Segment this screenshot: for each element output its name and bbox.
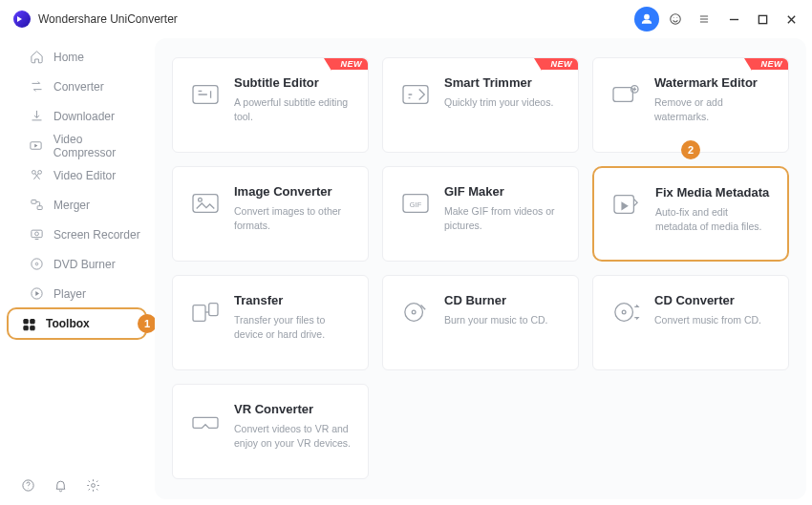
- help-icon[interactable]: [21, 478, 36, 494]
- svg-point-24: [199, 198, 203, 201]
- tool-card-smart-trimmer[interactable]: NEW Smart Trimmer Quickly trim your vide…: [382, 57, 579, 153]
- app-title: Wondershare UniConverter: [38, 12, 178, 26]
- svg-rect-6: [31, 200, 35, 204]
- svg-rect-13: [23, 319, 27, 323]
- tool-card-cd-converter[interactable]: CD Converter Convert music from CD.: [592, 275, 789, 370]
- sidebar-item-screen-recorder[interactable]: Screen Recorder: [8, 220, 147, 249]
- svg-rect-29: [209, 304, 218, 316]
- svg-rect-8: [31, 230, 41, 238]
- sidebar-item-label: Video Compressor: [53, 133, 147, 159]
- tool-desc: Remove or add watermarks.: [654, 95, 773, 124]
- tool-title: GIF Maker: [444, 184, 563, 199]
- home-icon: [29, 50, 44, 65]
- sidebar-item-video-compressor[interactable]: Video Compressor: [8, 131, 147, 160]
- sidebar-item-label: Toolbox: [46, 317, 90, 330]
- image-converter-icon: [188, 186, 223, 221]
- tool-title: Watermark Editor: [654, 75, 773, 90]
- svg-rect-16: [30, 326, 33, 329]
- svg-rect-2: [759, 15, 766, 23]
- vr-converter-icon: [188, 404, 223, 438]
- sidebar-bottom: [0, 478, 155, 505]
- tool-title: Smart Trimmer: [444, 75, 563, 90]
- sidebar-item-downloader[interactable]: Downloader: [8, 101, 147, 131]
- svg-point-1: [671, 14, 681, 25]
- transfer-icon: [188, 295, 223, 329]
- tool-card-transfer[interactable]: Transfer Transfer your files to device o…: [172, 275, 369, 370]
- settings-icon[interactable]: [86, 478, 101, 494]
- converter-icon: [29, 79, 44, 95]
- sidebar-item-label: Home: [53, 51, 84, 64]
- tool-desc: Transfer your files to device or hard dr…: [234, 313, 353, 342]
- watermark-editor-icon: [609, 77, 643, 112]
- svg-point-9: [34, 232, 38, 236]
- titlebar: Wondershare UniConverter: [0, 0, 812, 38]
- tool-card-vr-converter[interactable]: VR Converter Convert videos to VR and en…: [172, 384, 369, 479]
- svg-point-0: [645, 14, 650, 19]
- svg-point-33: [622, 310, 626, 314]
- tool-desc: Burn your music to CD.: [444, 313, 563, 327]
- annotation-badge-2: 2: [681, 140, 700, 159]
- account-icon[interactable]: [634, 7, 659, 32]
- sidebar-item-label: Video Editor: [53, 169, 116, 182]
- compressor-icon: [29, 138, 44, 154]
- tool-title: Fix Media Metadata: [655, 185, 772, 200]
- tool-title: CD Burner: [444, 293, 563, 307]
- subtitle-editor-icon: [188, 77, 223, 112]
- tool-card-fix-media-metadata[interactable]: Fix Media Metadata Auto-fix and edit met…: [592, 166, 789, 262]
- tool-desc: Convert images to other formats.: [234, 204, 353, 233]
- recorder-icon: [29, 227, 44, 242]
- svg-rect-7: [37, 206, 42, 210]
- sidebar-item-converter[interactable]: Converter: [8, 72, 147, 101]
- svg-point-32: [615, 304, 633, 322]
- menu-icon[interactable]: [692, 7, 716, 32]
- support-icon[interactable]: [663, 7, 688, 32]
- sidebar-item-video-editor[interactable]: Video Editor: [8, 160, 147, 190]
- smart-trimmer-icon: [398, 77, 433, 112]
- close-button[interactable]: [780, 8, 802, 31]
- cd-burner-icon: [398, 295, 433, 329]
- svg-rect-28: [193, 305, 205, 322]
- tool-card-cd-burner[interactable]: CD Burner Burn your music to CD.: [382, 275, 579, 370]
- svg-point-10: [31, 259, 41, 269]
- sidebar-item-merger[interactable]: Merger: [8, 190, 147, 220]
- sidebar-item-dvd-burner[interactable]: DVD Burner: [8, 249, 147, 279]
- editor-icon: [29, 168, 44, 183]
- app-logo: [13, 11, 31, 28]
- sidebar-item-label: Player: [53, 287, 86, 301]
- tool-desc: Convert videos to VR and enjoy on your V…: [234, 422, 353, 451]
- downloader-icon: [29, 109, 44, 124]
- new-tag: NEW: [542, 58, 579, 70]
- fix-metadata-icon: [609, 187, 644, 221]
- cd-converter-icon: [609, 295, 643, 329]
- svg-rect-15: [23, 326, 27, 329]
- sidebar-item-toolbox[interactable]: Toolbox 1: [7, 307, 147, 340]
- svg-point-30: [405, 304, 423, 322]
- minimize-button[interactable]: [722, 8, 745, 31]
- sidebar-item-label: DVD Burner: [53, 258, 116, 271]
- gif-maker-icon: GIF: [398, 186, 433, 221]
- svg-point-18: [92, 484, 96, 488]
- dvd-icon: [29, 257, 44, 272]
- notifications-icon[interactable]: [53, 478, 69, 494]
- sidebar-item-player[interactable]: Player: [8, 279, 147, 308]
- sidebar-item-label: Converter: [53, 80, 104, 94]
- svg-rect-21: [613, 88, 632, 102]
- main-panel: NEW Subtitle Editor A powerful subtitle …: [155, 38, 806, 499]
- tool-desc: Auto-fix and edit metadata of media file…: [655, 205, 772, 234]
- svg-point-31: [412, 310, 416, 314]
- tool-card-image-converter[interactable]: Image Converter Convert images to other …: [172, 166, 369, 262]
- tool-desc: Quickly trim your videos.: [444, 95, 563, 110]
- tool-card-subtitle-editor[interactable]: NEW Subtitle Editor A powerful subtitle …: [172, 57, 369, 153]
- tool-card-gif-maker[interactable]: GIF GIF Maker Make GIF from videos or pi…: [382, 166, 579, 262]
- tool-desc: Convert music from CD.: [654, 313, 773, 327]
- svg-point-11: [35, 263, 38, 265]
- player-icon: [29, 286, 44, 302]
- annotation-badge-1: 1: [138, 314, 157, 333]
- tool-card-watermark-editor[interactable]: NEW Watermark Editor Remove or add water…: [592, 57, 789, 153]
- tool-title: CD Converter: [654, 293, 773, 307]
- sidebar-item-label: Downloader: [53, 110, 115, 123]
- toolbox-icon: [21, 316, 36, 331]
- sidebar-item-home[interactable]: Home: [8, 42, 147, 72]
- merger-icon: [29, 198, 44, 213]
- maximize-button[interactable]: [751, 8, 774, 31]
